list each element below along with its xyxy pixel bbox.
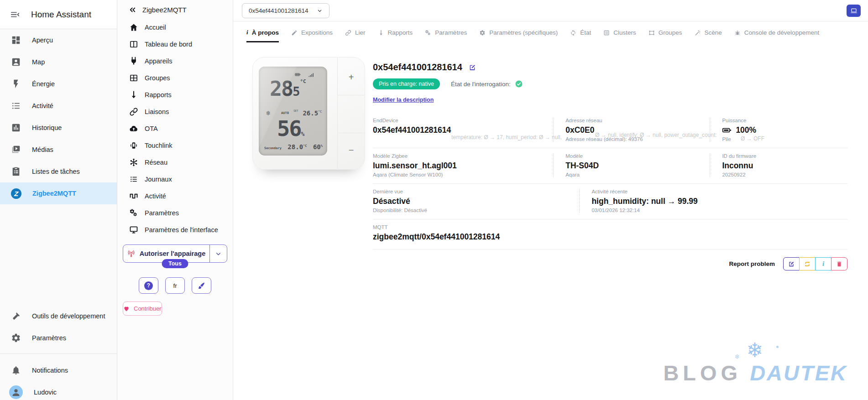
info-cell-sub: Pile — [722, 136, 836, 142]
z2m-nav-label: Liaisons — [145, 108, 169, 115]
cog-icon — [479, 30, 486, 36]
info-cell-value: Désactivé — [373, 197, 567, 206]
sidebar-item-label: Activité — [32, 102, 53, 109]
main-content: 0x54ef441001281614 iÀ proposExpositionsL… — [233, 0, 868, 400]
tab-parametres-specifiques[interactable]: Paramètres (spécifiques) — [479, 29, 558, 42]
bug-icon — [734, 30, 741, 36]
sidebar-item-energie[interactable]: Énergie — [0, 73, 117, 95]
wand-icon — [695, 30, 701, 36]
edit-description-link[interactable]: Modifier la description — [373, 97, 434, 103]
info-cell-value: zigbee2mqtt/0x54ef441001281614 — [373, 232, 836, 242]
info-cell-sub: Disponibilité: Désactivé — [373, 208, 567, 213]
wave-icon — [129, 192, 139, 201]
tab-clusters[interactable]: Clusters — [603, 29, 636, 42]
notifications-label: Notifications — [32, 367, 68, 374]
z2m-nav-item-liaisons[interactable]: Liaisons — [117, 103, 233, 120]
info-cell-derni-re-vue: Dernière vueDésactivéDisponibilité: Désa… — [373, 189, 579, 213]
tab-label: Paramètres — [435, 29, 467, 36]
device-minus-button: − — [338, 145, 365, 156]
tab-label: Rapports — [388, 29, 413, 36]
z2m-title: Zigbee2MQTT — [142, 6, 187, 14]
z2m-nav-item-accueil[interactable]: Accueil — [117, 19, 233, 36]
tab-rapports[interactable]: Rapports — [378, 29, 413, 42]
person-icon — [11, 387, 21, 397]
info-cell-label: ID du firmware — [722, 153, 836, 159]
sidebar-item-zigbee2mqtt[interactable]: ZZigbee2MQTT — [0, 182, 117, 204]
info-cell-value: 0x54ef441001281614 — [373, 125, 541, 135]
rename-device-icon[interactable] — [469, 64, 476, 71]
info-cell-label: Activité récente — [591, 189, 836, 194]
device-lcd: 285°C ❄ AUTO SET 26.5°C 56% Secondary 28… — [259, 67, 327, 156]
tab-label: Clusters — [613, 29, 636, 36]
menu-toggle-icon[interactable] — [10, 10, 20, 20]
tab-etat[interactable]: État — [570, 29, 591, 42]
language-button[interactable]: fr — [165, 277, 185, 294]
tab-console-developpement[interactable]: Console de développement — [734, 29, 819, 42]
info-cell-value: high_humidity: null → 99.99 — [591, 197, 836, 206]
z2m-nav-item-activite[interactable]: Activité — [117, 187, 233, 204]
info-cell-value: 100% — [722, 125, 836, 135]
collapse-sidebar-icon[interactable] — [128, 5, 137, 14]
pencil-icon — [291, 30, 298, 36]
clipboard-icon — [11, 166, 21, 177]
sidebar-item-parametres[interactable]: Paramètres — [0, 327, 117, 349]
info-cell-label: Modèle — [565, 153, 698, 159]
reconfigure-device-button[interactable] — [799, 257, 816, 270]
sidebar-item-notifications[interactable]: Notifications — [0, 359, 117, 381]
sidebar-item-medias[interactable]: Médias — [0, 139, 117, 161]
z2m-nav-item-groupes[interactable]: Groupes — [117, 69, 233, 86]
network-asterisk-icon — [129, 158, 139, 167]
sync-icon — [570, 30, 576, 36]
check-circle-icon — [515, 80, 523, 88]
z2m-sidebar-header[interactable]: Zigbee2MQTT — [117, 0, 233, 19]
device-info-grid: température: Ø → 17, humi_period: Ø → nu… — [373, 113, 847, 249]
z2m-nav-item-reseau[interactable]: Réseau — [117, 154, 233, 171]
screen-button[interactable] — [847, 5, 861, 17]
question-icon: ? — [144, 281, 153, 290]
z2m-nav-item-tableau-de-bord[interactable]: Tableau de bord — [117, 36, 233, 52]
z2m-nav-item-journaux[interactable]: Journaux — [117, 171, 233, 187]
theme-button[interactable] — [192, 277, 211, 294]
sidebar-item-label: Énergie — [32, 80, 55, 88]
z2m-nav-label: Journaux — [145, 176, 172, 183]
sidebar-item-listes-de-taches[interactable]: Listes de tâches — [0, 161, 117, 182]
sidebar-item-apercu[interactable]: Aperçu — [0, 29, 117, 51]
plug-icon — [129, 57, 139, 66]
z2m-nav-item-appareils[interactable]: Appareils — [117, 52, 233, 69]
topbar: 0x54ef441001281614 — [233, 0, 868, 21]
tab-groupes[interactable]: Groupes — [648, 29, 682, 42]
user-name: Ludovic — [34, 389, 57, 396]
z2m-nav-item-ota[interactable]: OTA — [117, 120, 233, 137]
z2m-toolbar: ? fr — [117, 277, 233, 294]
tab-lier[interactable]: Lier — [345, 29, 366, 42]
sidebar-item-user[interactable]: Ludovic — [0, 381, 117, 400]
arrow-down-long-icon — [129, 90, 139, 99]
z2m-nav-label: Tableau de bord — [145, 41, 192, 48]
remove-device-button[interactable] — [831, 257, 847, 270]
help-button[interactable]: ? — [139, 277, 158, 294]
z2m-nav-item-touchlink[interactable]: Touchlink — [117, 137, 233, 154]
edit-device-button[interactable] — [783, 257, 800, 270]
chart-box-icon — [11, 123, 21, 133]
tab-parametres[interactable]: Paramètres — [425, 29, 467, 42]
sidebar-item-historique[interactable]: Historique — [0, 117, 117, 139]
z2m-nav-label: Accueil — [145, 24, 166, 31]
z2m-nav-item-parametres-interface[interactable]: Paramètres de l'interface — [117, 221, 233, 238]
tab-expositions[interactable]: Expositions — [291, 29, 333, 42]
ha-nav: AperçuMapÉnergieActivitéHistoriqueMédias… — [0, 29, 117, 204]
permit-join-dropdown[interactable] — [209, 245, 227, 262]
z2m-nav-item-rapports[interactable]: Rapports — [117, 86, 233, 103]
sidebar-item-activite[interactable]: Activité — [0, 95, 117, 117]
play-box-icon — [11, 145, 21, 155]
info-cell-value: TH-S04D — [565, 161, 698, 171]
permit-join-wrap: Autoriser l'appairage Tous — [123, 244, 227, 263]
z2m-nav-item-parametres[interactable]: Paramètres — [117, 204, 233, 221]
trash-icon — [836, 261, 842, 267]
device-info-button[interactable]: i — [815, 257, 831, 270]
tab-a-propos[interactable]: iÀ propos — [246, 29, 279, 42]
device-selector[interactable]: 0x54ef441001281614 — [242, 3, 329, 18]
tab-scene[interactable]: Scène — [695, 29, 722, 42]
sidebar-item-outils-de-developpement[interactable]: Outils de développement — [0, 305, 117, 327]
sidebar-item-map[interactable]: Map — [0, 51, 117, 73]
contribute-button[interactable]: Contribuer — [123, 301, 162, 316]
